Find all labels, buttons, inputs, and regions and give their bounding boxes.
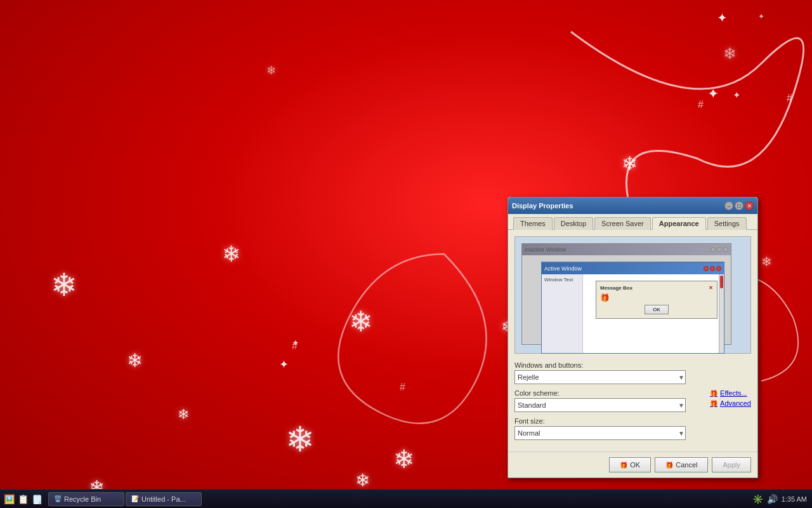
ok-label: OK <box>630 461 640 469</box>
preview-inactive-label: Inactive Window <box>525 246 566 253</box>
preview-scrollbar <box>719 274 724 353</box>
side-buttons: 🎁 Effects... 🎁 Advanced <box>710 389 751 410</box>
windows-buttons-select-wrapper: Rejelle ▼ <box>514 370 686 384</box>
network-icon[interactable]: ✳️ <box>752 494 763 504</box>
taskbar: 🖼️ 📋 🗒️ 🗑️ Recycle Bin 📝 Untitled - Pa..… <box>0 489 812 508</box>
close-icon: ✕ <box>747 203 752 209</box>
preview-msgbox-icon-area: 🎁 <box>600 293 713 302</box>
preview-ok-label: OK <box>653 307 660 312</box>
tab-screensaver[interactable]: Screen Saver <box>594 217 651 230</box>
maximize-button[interactable]: □ <box>735 201 743 210</box>
minimize-button[interactable]: – <box>724 201 733 210</box>
font-size-select[interactable]: Normal <box>514 426 686 440</box>
snowflake-1: ❄ <box>51 267 77 304</box>
ok-icon: 🎁 <box>620 462 627 469</box>
cancel-icon: 🎁 <box>665 462 673 469</box>
tab-themes[interactable]: Themes <box>513 217 553 230</box>
tab-desktop[interactable]: Desktop <box>554 217 593 230</box>
dialog-controls: – □ ✕ <box>724 201 754 210</box>
taskbar-icon-1[interactable]: 🖼️ <box>3 493 15 505</box>
ok-button[interactable]: 🎁 OK <box>609 457 651 472</box>
preview-scrollbar-thumb <box>720 276 723 288</box>
dialog-titlebar[interactable]: Display Properties – □ ✕ <box>508 197 757 214</box>
preview-active-window: Active Window Window Text <box>541 262 724 354</box>
preview-inactive-controls <box>710 247 728 252</box>
snowflake-3: ❄ <box>349 305 373 338</box>
preview-msgbox-title: Message Box ✕ <box>600 285 713 291</box>
prev-dot-2 <box>717 247 722 252</box>
svg-text:✦: ✦ <box>707 86 719 102</box>
close-button[interactable]: ✕ <box>745 201 754 210</box>
color-scheme-select-wrapper: Standard ▼ <box>514 398 686 412</box>
preview-ok-button[interactable]: OK <box>645 305 669 314</box>
apply-button[interactable]: Apply <box>712 457 751 472</box>
dialog-tabs: Themes Desktop Screen Saver Appearance S… <box>508 214 757 230</box>
preview-msgbox-label: Message Box <box>600 285 632 291</box>
svg-text:✦: ✦ <box>758 12 764 21</box>
svg-text:#: # <box>698 99 704 110</box>
svg-text:✦: ✦ <box>717 11 728 25</box>
tab-themes-label: Themes <box>520 220 546 227</box>
advanced-label: Advanced <box>720 399 751 407</box>
notepad-label: Untitled - Pa... <box>141 495 186 503</box>
cancel-label: Cancel <box>676 461 697 469</box>
dialog-title: Display Properties <box>512 202 724 210</box>
svg-text:✦: ✦ <box>292 338 299 348</box>
advanced-button[interactable]: 🎁 Advanced <box>710 399 751 407</box>
snowflake-2: ❄ <box>222 241 240 267</box>
snowflake-12: ❄ <box>178 406 189 423</box>
prev-dot-1 <box>710 247 716 252</box>
color-scheme-select[interactable]: Standard <box>514 398 686 412</box>
font-size-select-wrapper: Normal ▼ <box>514 426 686 440</box>
svg-text:✦: ✦ <box>279 358 289 371</box>
prev-dot-a3 <box>716 266 721 271</box>
svg-text:#: # <box>787 93 792 104</box>
dialog-content: Inactive Window Active Window <box>508 230 757 451</box>
tab-settings-label: Settings <box>714 220 740 227</box>
snowflake-7: ❄ <box>723 44 737 63</box>
dialog-footer: 🎁 OK 🎁 Cancel Apply <box>508 451 757 478</box>
preview-window-body: Window Text Message Box ✕ 🎁 <box>542 274 724 353</box>
preview-window-text: Window Text <box>544 277 573 283</box>
taskbar-notepad[interactable]: 📝 Untitled - Pa... <box>126 492 202 506</box>
svg-text:✦: ✦ <box>733 90 741 100</box>
snowflake-4: ❄ <box>285 419 315 460</box>
color-scheme-row: Color scheme: Standard ▼ 🎁 Effects... 🎁 … <box>514 389 751 412</box>
taskbar-icon-3[interactable]: 🗒️ <box>30 493 43 505</box>
preview-msgbox-close-icon: ✕ <box>709 285 713 291</box>
prev-dot-a2 <box>710 266 715 271</box>
taskbar-start-area: 🖼️ 📋 🗒️ <box>0 493 46 505</box>
tab-desktop-label: Desktop <box>561 220 586 227</box>
system-clock: 1:35 AM <box>782 495 807 503</box>
tab-appearance-label: Appearance <box>659 220 699 227</box>
svg-text:#: # <box>292 340 298 351</box>
taskbar-buttons: 🗑️ Recycle Bin 📝 Untitled - Pa... <box>46 491 747 507</box>
preview-active-titlebar: Active Window <box>542 263 724 274</box>
preview-active-label: Active Window <box>544 265 582 272</box>
windows-buttons-select[interactable]: Rejelle <box>514 370 686 384</box>
recycle-bin-label: Recycle Bin <box>64 495 101 503</box>
tab-screensaver-label: Screen Saver <box>601 220 644 227</box>
preview-msgbox: Message Box ✕ 🎁 OK <box>596 281 717 319</box>
windows-buttons-row: Windows and buttons: Rejelle ▼ <box>514 361 751 384</box>
preview-inactive-titlebar: Inactive Window <box>522 244 731 255</box>
recycle-bin-icon: 🗑️ <box>54 495 62 502</box>
effects-button[interactable]: 🎁 Effects... <box>710 389 751 397</box>
snowflake-11: ❄ <box>266 64 276 77</box>
taskbar-tray: ✳️ 🔊 1:35 AM <box>747 494 812 504</box>
taskbar-icon-2[interactable]: 📋 <box>16 493 29 505</box>
font-size-row: Font size: Normal ▼ <box>514 417 751 440</box>
effects-label: Effects... <box>720 389 747 397</box>
snowflake-5: ❄ <box>393 444 415 474</box>
tab-settings[interactable]: Settings <box>707 217 747 230</box>
cancel-button[interactable]: 🎁 Cancel <box>655 457 708 472</box>
display-properties-dialog: Display Properties – □ ✕ Themes Desktop … <box>508 197 758 478</box>
prev-dot-a1 <box>704 266 709 271</box>
minimize-icon: – <box>728 203 730 209</box>
preview-main: Message Box ✕ 🎁 OK <box>583 274 724 353</box>
taskbar-recycle-bin[interactable]: 🗑️ Recycle Bin <box>48 492 124 506</box>
tab-appearance[interactable]: Appearance <box>652 217 706 230</box>
snowflake-9: ❄ <box>761 254 772 269</box>
volume-icon[interactable]: 🔊 <box>767 494 778 504</box>
maximize-icon: □ <box>738 203 741 209</box>
